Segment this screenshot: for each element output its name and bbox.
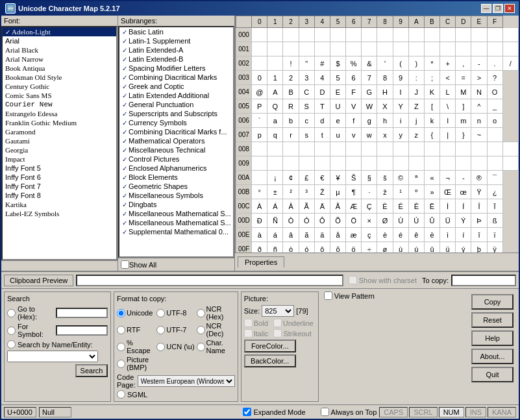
char-cell[interactable]: Ü	[440, 214, 456, 228]
char-cell[interactable]: P	[252, 99, 267, 114]
char-cell[interactable]: v	[346, 128, 362, 142]
char-cell[interactable]: ³	[299, 185, 314, 199]
char-cell[interactable]	[299, 156, 314, 171]
char-cell[interactable]: Ã	[299, 199, 314, 214]
char-cell[interactable]: ¿	[487, 185, 502, 199]
quit-button[interactable]: Quit	[471, 367, 514, 382]
subranges-list[interactable]: ✓ Basic Latin✓ Latin-1 Supplement✓ Latin…	[118, 26, 234, 258]
font-list-item[interactable]: Century Gothic	[3, 82, 116, 91]
char-cell[interactable]	[267, 42, 283, 56]
subrange-list-item[interactable]: ✓ Miscellaneous Mathematical S...	[119, 209, 233, 218]
char-cell[interactable]: O	[487, 85, 502, 99]
char-cell[interactable]: Ô	[314, 214, 330, 228]
char-cell[interactable]: ~	[471, 128, 487, 142]
char-cell[interactable]	[252, 142, 267, 156]
char-cell[interactable]: w	[362, 128, 377, 142]
subrange-list-item[interactable]: ✓ General Punctuation	[119, 100, 233, 109]
show-all-checkbox[interactable]	[121, 260, 129, 269]
char-cell[interactable]: M	[456, 85, 471, 99]
char-cell[interactable]: Ø	[377, 214, 393, 228]
char-cell[interactable]: X	[377, 99, 393, 114]
char-cell[interactable]: Í	[456, 199, 471, 214]
char-cell[interactable]: ÿ	[487, 242, 502, 253]
format-sgml-radio[interactable]	[117, 390, 125, 399]
char-cell[interactable]: Ò	[283, 214, 299, 228]
char-cell[interactable]: ;	[424, 71, 440, 85]
char-cell[interactable]: |	[440, 128, 456, 142]
char-cell[interactable]	[299, 142, 314, 156]
char-cell[interactable]	[393, 42, 408, 56]
char-cell[interactable]	[362, 42, 377, 56]
char-cell[interactable]	[408, 156, 424, 171]
subrange-list-item[interactable]: ✓ Spacing Modifier Letters	[119, 64, 233, 73]
search-button[interactable]: Search	[75, 364, 108, 377]
char-cell[interactable]: ©	[393, 171, 408, 185]
char-cell[interactable]: 0	[252, 71, 267, 85]
for-symbol-radio[interactable]	[7, 327, 16, 335]
subrange-list-item[interactable]: ✓ Supplemental Mathematical 0...	[119, 227, 233, 236]
char-cell[interactable]	[283, 42, 299, 56]
char-cell[interactable]: :	[408, 71, 424, 85]
char-cell[interactable]: Ä	[314, 199, 330, 214]
char-cell[interactable]: %	[346, 56, 362, 71]
char-cell[interactable]: Ë	[424, 199, 440, 214]
help-button[interactable]: Help	[471, 330, 514, 346]
char-cell[interactable]	[393, 156, 408, 171]
char-cell[interactable]	[346, 28, 362, 42]
char-cell[interactable]: í	[456, 228, 471, 242]
char-cell[interactable]: î	[471, 228, 487, 242]
char-cell[interactable]: š	[377, 171, 393, 185]
font-list-item[interactable]: Gautami	[3, 136, 116, 145]
char-cell[interactable]: {	[424, 128, 440, 142]
char-cell[interactable]: Z	[408, 99, 424, 114]
char-cell[interactable]	[471, 42, 487, 56]
char-cell[interactable]: »	[424, 185, 440, 199]
char-cell[interactable]: i	[393, 114, 408, 128]
char-cell[interactable]: Q	[267, 99, 283, 114]
subrange-list-item[interactable]: ✓ Greek and Coptic	[119, 82, 233, 91]
char-cell[interactable]: E	[330, 85, 345, 99]
char-cell[interactable]	[424, 28, 440, 42]
char-cell[interactable]: s	[299, 128, 314, 142]
char-cell[interactable]: À	[252, 199, 267, 214]
char-cell[interactable]: W	[362, 99, 377, 114]
char-cell[interactable]: `	[252, 114, 267, 128]
char-cell[interactable]: H	[377, 85, 393, 99]
char-cell[interactable]: ô	[314, 242, 330, 253]
char-cell[interactable]	[456, 42, 471, 56]
char-cell[interactable]: ù	[393, 242, 408, 253]
char-cell[interactable]: Þ	[471, 214, 487, 228]
char-cell[interactable]	[440, 42, 456, 56]
char-cell[interactable]	[502, 156, 518, 171]
char-cell[interactable]: o	[487, 114, 502, 128]
char-cell[interactable]: D	[314, 85, 330, 99]
minimize-button[interactable]: —	[481, 4, 491, 13]
char-cell[interactable]: ^	[471, 99, 487, 114]
char-cell[interactable]	[440, 156, 456, 171]
char-cell[interactable]: !	[283, 56, 299, 71]
char-cell[interactable]: º	[408, 185, 424, 199]
char-cell[interactable]: È	[377, 199, 393, 214]
char-cell[interactable]: Y	[393, 99, 408, 114]
char-cell[interactable]: F	[346, 85, 362, 99]
char-cell[interactable]	[314, 142, 330, 156]
subrange-list-item[interactable]: ✓ Superscripts and Subscripts	[119, 109, 233, 118]
char-cell[interactable]: h	[377, 114, 393, 128]
char-cell[interactable]	[487, 128, 502, 142]
char-cell[interactable]: ±	[267, 185, 283, 199]
char-cell[interactable]	[362, 156, 377, 171]
char-cell[interactable]: f	[346, 114, 362, 128]
char-cell[interactable]: z	[408, 128, 424, 142]
char-cell[interactable]: °	[252, 185, 267, 199]
font-list-item[interactable]: Estrangelo Edessa	[3, 109, 116, 118]
backcolor-button[interactable]: BackColor...	[244, 354, 296, 367]
char-cell[interactable]: ÷	[362, 242, 377, 253]
char-cell[interactable]: õ	[330, 242, 345, 253]
char-cell[interactable]	[456, 142, 471, 156]
char-cell[interactable]: ï	[487, 228, 502, 242]
char-cell[interactable]: ·	[362, 185, 377, 199]
char-cell[interactable]	[267, 156, 283, 171]
char-cell[interactable]: ñ	[267, 242, 283, 253]
subrange-list-item[interactable]: ✓ Combining Diacritical Marks f...	[119, 127, 233, 136]
clipboard-input[interactable]	[76, 275, 343, 286]
